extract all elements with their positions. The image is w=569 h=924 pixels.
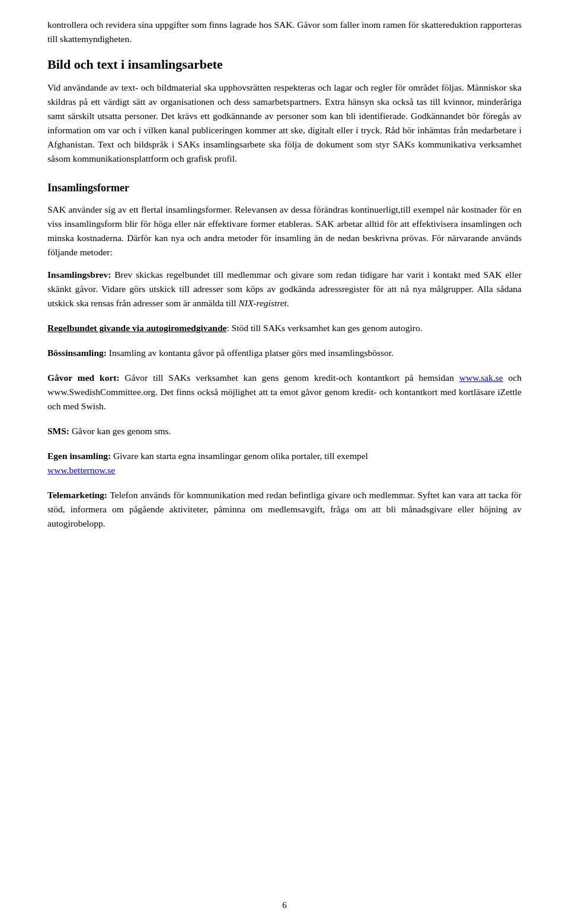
item0-italic: NIX-registret. [238,298,289,308]
item1-text: : Stöd till SAKs verksamhet kan ges geno… [226,323,422,333]
list-item-sms: SMS: Gåvor kan ges genom sms. [47,424,522,438]
section1-body: Vid användande av text- och bildmaterial… [47,81,522,166]
list-item-egeninsamling: Egen insamling: Givare kan starta egna i… [47,449,522,477]
section1-heading: Bild och text i insamlingsarbete [47,54,522,75]
item4-text: Gåvor kan ges genom sms. [72,426,171,436]
item1-label: Regelbundet givande via autogiromedgivan… [47,323,226,333]
page: kontrollera och revidera sina uppgifter … [0,0,569,924]
intro-paragraph: kontrollera och revidera sina uppgifter … [47,18,522,46]
item5-link1[interactable]: www.betternow.se [47,465,115,475]
item4-label: SMS: [47,426,69,436]
list-item-bossinsamling: Bössinsamling: Insamling av kontanta gåv… [47,346,522,360]
list-item-autogiro: Regelbundet givande via autogiromedgivan… [47,321,522,335]
page-number: 6 [282,899,287,912]
list-item-telemarketing: Telemarketing: Telefon används för kommu… [47,488,522,531]
item3-link1[interactable]: www.sak.se [459,373,503,383]
item3-text1: Gåvor till SAKs verksamhet kan gens geno… [125,373,459,383]
item0-label: Insamlingsbrev: [47,270,111,280]
item5-text1: Givare kan starta egna insamlingar genom… [113,451,368,461]
section2-heading: Insamlingsformer [47,180,522,197]
item2-text: Insamling av kontanta gåvor på offentlig… [109,348,394,358]
item6-label: Telemarketing: [47,490,107,500]
list-item-insamlingsbrev: Insamlingsbrev: Brev skickas regelbundet… [47,268,522,310]
section2-intro: SAK använder sig av ett flertal insamlin… [47,203,522,259]
list-item-gavorkort: Gåvor med kort: Gåvor till SAKs verksamh… [47,371,522,413]
item6-text: Telefon används för kommunikation med re… [47,490,522,528]
item2-label: Bössinsamling: [47,348,107,358]
item5-label: Egen insamling: [47,451,111,461]
item3-label: Gåvor med kort: [47,373,120,383]
